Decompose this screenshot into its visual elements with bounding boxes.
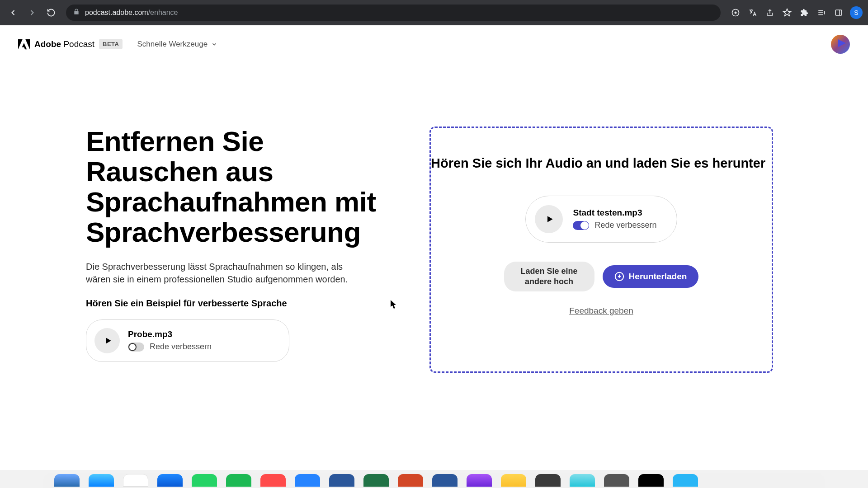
result-toggle-label: Rede verbessern bbox=[594, 221, 656, 230]
intro-column: Entfernen Sie Rauschen aus Sprachaufnahm… bbox=[86, 127, 393, 373]
bookmark-icon[interactable] bbox=[779, 5, 795, 20]
url-text: podcast.adobe.com/enhance bbox=[85, 9, 178, 17]
dock-app-powerpoint[interactable] bbox=[398, 474, 423, 487]
play-icon bbox=[104, 336, 113, 345]
dock-app-teal[interactable] bbox=[570, 474, 595, 487]
dock-app-mail[interactable] bbox=[157, 474, 183, 487]
beta-badge: BETA bbox=[99, 39, 123, 49]
logo[interactable]: Adobe Podcast BETA bbox=[18, 39, 123, 50]
dock-app-trello[interactable] bbox=[295, 474, 320, 487]
dock-app-drive[interactable] bbox=[501, 474, 526, 487]
sample-enhance-toggle[interactable] bbox=[128, 343, 144, 352]
page-description: Die Sprachverbesserung lässt Sprachaufna… bbox=[86, 260, 366, 286]
share-icon[interactable] bbox=[762, 5, 778, 20]
dock-app-purple[interactable] bbox=[467, 474, 492, 487]
site-header: Adobe Podcast BETA Schnelle Werkzeuge bbox=[0, 25, 868, 63]
download-button-label: Herunterladen bbox=[629, 272, 687, 282]
download-icon bbox=[614, 272, 624, 282]
forward-button[interactable] bbox=[24, 5, 40, 20]
result-audio-card: Stadt testen.mp3 Rede verbessern bbox=[525, 196, 677, 243]
back-button[interactable] bbox=[5, 5, 21, 20]
feedback-link[interactable]: Feedback geben bbox=[569, 306, 633, 316]
browser-actions: S bbox=[728, 5, 863, 20]
sidepanel-icon[interactable] bbox=[831, 5, 846, 20]
dock-app-spotify[interactable] bbox=[226, 474, 251, 487]
logo-text: Adobe Podcast bbox=[34, 39, 94, 49]
sample-toggle-label: Rede verbessern bbox=[150, 342, 212, 352]
sample-filename: Probe.mp3 bbox=[128, 329, 212, 339]
chevron-down-icon bbox=[211, 41, 217, 47]
arrow-left-icon bbox=[9, 8, 18, 17]
tools-dropdown-label: Schnelle Werkzeuge bbox=[137, 40, 208, 49]
reload-icon bbox=[47, 8, 56, 17]
url-bar[interactable]: podcast.adobe.com/enhance bbox=[66, 5, 721, 21]
result-play-button[interactable] bbox=[535, 205, 563, 233]
adobe-logo-icon bbox=[18, 39, 30, 50]
google-lens-icon[interactable] bbox=[728, 5, 743, 20]
browser-profile-avatar[interactable]: S bbox=[850, 6, 863, 19]
result-filename: Stadt testen.mp3 bbox=[573, 208, 656, 218]
extensions-icon[interactable] bbox=[797, 5, 812, 20]
upload-another-button[interactable]: Laden Sie eine andere hoch bbox=[504, 262, 594, 292]
dock-app-blue[interactable] bbox=[673, 474, 698, 487]
result-panel: Hören Sie sich Ihr Audio an und laden Si… bbox=[429, 127, 773, 373]
dock-app-black[interactable] bbox=[638, 474, 664, 487]
dock-app-gray[interactable] bbox=[604, 474, 629, 487]
translate-icon[interactable] bbox=[745, 5, 760, 20]
dock-app-word-alt[interactable] bbox=[329, 474, 354, 487]
svg-point-1 bbox=[735, 12, 737, 14]
dock-app-safari[interactable] bbox=[89, 474, 114, 487]
macos-dock bbox=[0, 470, 868, 488]
dock-app-excel[interactable] bbox=[363, 474, 389, 487]
result-panel-heading: Hören Sie sich Ihr Audio an und laden Si… bbox=[429, 155, 772, 172]
play-icon bbox=[545, 215, 554, 224]
result-enhance-toggle[interactable] bbox=[573, 221, 589, 230]
dock-app-chrome[interactable] bbox=[123, 474, 148, 487]
main-content: Entfernen Sie Rauschen aus Sprachaufnahm… bbox=[0, 63, 868, 373]
dock-app-whatsapp[interactable] bbox=[192, 474, 217, 487]
sample-audio-card: Probe.mp3 Rede verbessern bbox=[86, 319, 289, 362]
example-heading: Hören Sie ein Beispiel für verbesserte S… bbox=[86, 298, 393, 309]
svg-rect-2 bbox=[835, 10, 842, 15]
page-title: Entfernen Sie Rauschen aus Sprachaufnahm… bbox=[86, 127, 393, 248]
tools-dropdown[interactable]: Schnelle Werkzeuge bbox=[137, 40, 217, 49]
user-avatar[interactable] bbox=[831, 35, 850, 54]
dock-app-finder[interactable] bbox=[54, 474, 80, 487]
sample-play-button[interactable] bbox=[94, 328, 120, 353]
reload-button[interactable] bbox=[43, 5, 59, 20]
dock-app-word[interactable] bbox=[432, 474, 458, 487]
download-button[interactable]: Herunterladen bbox=[603, 265, 699, 288]
reading-list-icon[interactable] bbox=[814, 5, 829, 20]
browser-toolbar: podcast.adobe.com/enhance S bbox=[0, 0, 868, 25]
lock-icon bbox=[73, 9, 80, 17]
dock-app-settings[interactable] bbox=[535, 474, 561, 487]
dock-app-todoist[interactable] bbox=[260, 474, 286, 487]
action-row: Laden Sie eine andere hoch Herunterladen bbox=[504, 262, 699, 292]
arrow-right-icon bbox=[28, 8, 37, 17]
